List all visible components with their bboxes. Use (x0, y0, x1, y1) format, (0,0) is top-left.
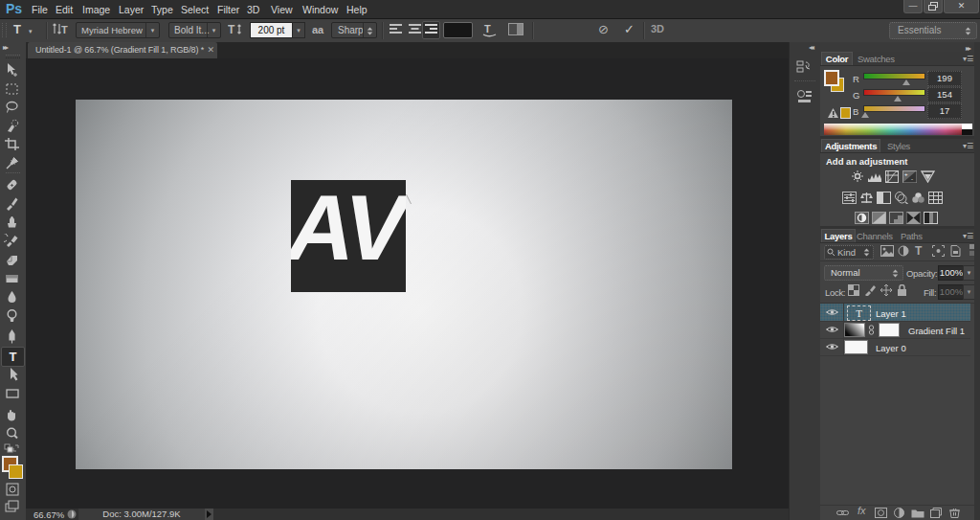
svg-text:T: T (61, 24, 68, 35)
svg-text:+: + (904, 171, 908, 177)
svg-text:T: T (228, 23, 235, 36)
svg-text:-: - (911, 176, 913, 182)
svg-text:T: T (484, 23, 491, 34)
